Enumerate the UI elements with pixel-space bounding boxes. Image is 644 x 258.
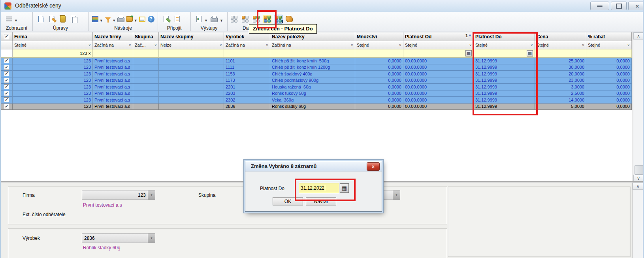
filter-icon[interactable] [104, 14, 112, 24]
window-list-icon[interactable] [139, 14, 147, 24]
firma-lookup-icon[interactable]: ▾ [148, 190, 155, 200]
table-row[interactable]: ✓123První testovací a.s2302Veka 360g0,00… [1, 97, 632, 104]
grid-scrollbar[interactable]: ∧ ∨ [633, 32, 644, 182]
row-select-cell: ✓ [1, 104, 13, 110]
vyrobek-field[interactable]: 2836 ▾ [82, 233, 155, 243]
filter-value-nazev_skupiny[interactable] [159, 49, 224, 58]
scroll-up-icon[interactable]: ∧ [633, 183, 643, 190]
calendar-icon[interactable]: ▦ [527, 50, 533, 56]
column-header-firma[interactable]: Firma [13, 32, 93, 41]
table-row[interactable]: ✓123První testovací a.s1111Chléb pš žit … [1, 64, 632, 71]
cell-nazev_skupiny [159, 58, 224, 64]
panel-scrollbar[interactable]: ∧ [632, 183, 643, 258]
row-checkbox[interactable]: ✓ [4, 71, 9, 76]
row-checkbox[interactable]: ✓ [4, 91, 9, 96]
filter-value-nazev_polozky[interactable] [270, 49, 355, 58]
row-checkbox[interactable]: ✓ [4, 84, 9, 89]
filter-value-cena[interactable] [535, 49, 586, 58]
copy-record-icon[interactable] [69, 14, 79, 24]
column-header-nazev_polozky[interactable]: Nazev položky [270, 32, 355, 41]
row-checkbox[interactable]: ✓ [4, 58, 9, 63]
column-header-platnost_do[interactable]: Platnost Do [474, 32, 535, 41]
platnost-do-input[interactable]: 31.12.2022 [299, 183, 339, 193]
calendar-icon[interactable]: ▦ [465, 50, 472, 56]
firma-name-link[interactable]: První testovací a.s [83, 202, 122, 208]
filter-value-nazev_firmy[interactable] [93, 49, 133, 58]
dialog-close-button[interactable]: × [367, 162, 380, 171]
scroll-up-icon[interactable]: ∧ [633, 32, 644, 40]
filter-value-vyrobek[interactable] [224, 49, 270, 58]
select-all-checkbox[interactable]: ✓ [4, 34, 9, 39]
filter-value-rabat[interactable] [586, 49, 632, 58]
sort-icon[interactable] [91, 14, 99, 24]
help-icon[interactable]: ? [147, 14, 155, 24]
view-menu-icon[interactable] [4, 14, 14, 24]
filter-combo-vyrobek[interactable]: Začíná na∨ [224, 41, 270, 49]
filter-combo-platnost_do[interactable]: Stejné∨ [474, 41, 535, 49]
table-row[interactable]: ✓123První testovací a.s2203Rohlik tukový… [1, 90, 632, 97]
table-row[interactable]: ✓123První testovací a.s2201Houska ražená… [1, 84, 632, 90]
edit-record-icon[interactable] [47, 14, 57, 24]
row-checkbox[interactable]: ✓ [4, 78, 9, 83]
filter-combo-skupina[interactable]: Zač...∨ [133, 41, 159, 49]
vyrobek-name-link[interactable]: Rohlík sladký 60g [83, 245, 121, 250]
filter-combo-firma[interactable]: Stejné∨ [13, 41, 93, 49]
filter-combo-nazev_polozky[interactable]: Začíná na∨ [270, 41, 355, 49]
puzzle-two-color-icon[interactable] [251, 14, 261, 24]
filter-value-mnozstvi[interactable] [355, 49, 403, 58]
filter-combo-nazev_skupiny[interactable]: Nelze∨ [159, 41, 224, 49]
table-row[interactable]: ✓123První testovací a.s1153Chléb špaldov… [1, 71, 632, 77]
column-header-label: Cena [537, 34, 548, 40]
toolbar-group-label: Připojit [158, 25, 190, 31]
skupina-lookup-icon[interactable]: ▾ [393, 190, 400, 200]
table-row[interactable]: ✓123První testovací a.s1173Chléb podmásl… [1, 77, 632, 84]
delete-record-icon[interactable] [58, 14, 68, 24]
calendar-icon[interactable]: ▦ [340, 183, 349, 193]
filter-value-platnost_do[interactable]: ▦ [474, 49, 535, 58]
column-header-nazev_firmy[interactable]: Nazev firmy [93, 32, 133, 41]
minimize-button[interactable] [590, 2, 609, 10]
filter-value-platnost_od[interactable]: ▦ [403, 49, 474, 58]
print-icon[interactable] [209, 14, 219, 24]
column-header-nazev_skupiny[interactable]: Název skupiny [159, 32, 224, 41]
column-header-mnozstvi[interactable]: Množství [355, 32, 403, 41]
attach-list-icon[interactable] [172, 14, 182, 24]
filter-combo-nazev_firmy[interactable]: Začíná na∨ [93, 41, 133, 49]
puzzle-full-color-icon[interactable] [262, 14, 272, 24]
close-button[interactable]: × [628, 2, 644, 10]
column-header-platnost_od[interactable]: Platnost Od1▼ [403, 32, 474, 41]
column-header-cena[interactable]: Cena [535, 32, 586, 41]
special-action-icon[interactable] [284, 14, 294, 24]
filter-combo-mnozstvi[interactable]: Stejné∨ [355, 41, 403, 49]
row-checkbox[interactable]: ✓ [4, 65, 9, 70]
change-price-icon[interactable]: I [273, 14, 283, 24]
column-header-skupina[interactable]: Skupina [133, 32, 159, 41]
puzzle-gray-icon[interactable] [229, 14, 239, 24]
filter-combo-cena[interactable]: Stejné∨ [535, 41, 586, 49]
row-select-cell: ✓ [1, 97, 13, 104]
attach-document-icon[interactable] [161, 14, 171, 24]
clear-filter-icon[interactable]: × [89, 51, 91, 56]
column-header-rabat[interactable]: % rabat [586, 32, 632, 41]
row-checkbox[interactable]: ✓ [4, 97, 9, 102]
filter-combo-platnost_od[interactable]: Stejné∨ [403, 41, 474, 49]
puzzle-orange-icon[interactable] [240, 14, 250, 24]
grid-scrollbar-thumb[interactable] [635, 165, 643, 175]
export-icon[interactable]: ➔ [126, 14, 134, 24]
vyrobek-lookup-icon[interactable]: ▾ [148, 234, 155, 243]
firma-field[interactable]: 123 ▾ [82, 190, 155, 200]
ok-button[interactable]: OK [273, 197, 303, 205]
filter-value-firma[interactable]: 123× [13, 49, 93, 58]
column-header-vyrobek[interactable]: Výrobek [224, 32, 270, 41]
new-record-icon[interactable] [36, 14, 46, 24]
excel-export-icon[interactable]: x [194, 14, 204, 24]
row-checkbox[interactable]: ✓ [4, 104, 9, 109]
table-row[interactable]: ✓123První testovací a.s2836Rohlik sladký… [1, 104, 632, 110]
dialog-title-bar[interactable]: Změna Vybráno 8 záznamů × [245, 161, 382, 171]
filter-combo-rabat[interactable]: Stejné∨ [586, 41, 632, 49]
maximize-button[interactable] [611, 2, 627, 10]
cancel-button[interactable]: Návrat [306, 197, 336, 205]
filter-value-skupina[interactable] [133, 49, 159, 58]
table-row[interactable]: ✓123První testovací a.s1101Chléb pš žit … [1, 58, 632, 64]
print-preview-icon[interactable] [117, 14, 125, 24]
